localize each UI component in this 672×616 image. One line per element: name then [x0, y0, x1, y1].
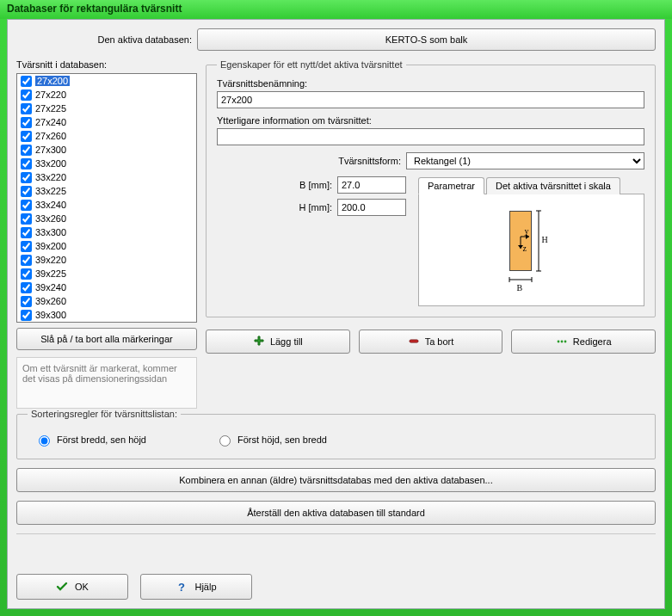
- list-item-checkbox[interactable]: [21, 213, 32, 225]
- list-item[interactable]: 27x200: [17, 74, 196, 88]
- list-item-checkbox[interactable]: [21, 255, 32, 266]
- form-select[interactable]: Rektangel (1): [406, 152, 644, 169]
- list-item[interactable]: 39x225: [17, 267, 196, 280]
- separator: [16, 533, 656, 534]
- list-item-checkbox[interactable]: [21, 186, 32, 197]
- list-item-checkbox[interactable]: [21, 310, 32, 321]
- extra-label: Ytterligare information om tvärsnittet:: [217, 115, 644, 126]
- b-input[interactable]: [337, 176, 406, 194]
- list-item-label: 33x225: [35, 186, 66, 196]
- name-input[interactable]: [217, 91, 644, 108]
- sort-radio-2[interactable]: [219, 435, 231, 447]
- list-item[interactable]: 33x220: [17, 170, 196, 184]
- list-item-label: 39x260: [35, 296, 66, 306]
- ok-label: OK: [75, 582, 89, 592]
- active-db-button[interactable]: KERTO-S som balk: [197, 28, 656, 51]
- sort-radio-1[interactable]: [39, 435, 50, 447]
- list-item-label: 33x300: [35, 227, 66, 237]
- help-label: Hjälp: [194, 582, 216, 592]
- list-item-checkbox[interactable]: [21, 200, 32, 211]
- list-item-label: 33x220: [35, 172, 66, 182]
- list-item[interactable]: 33x300: [17, 225, 196, 239]
- list-item[interactable]: 27x260: [17, 129, 196, 143]
- sort-legend: Sorteringsregler för tvärsnittslistan:: [28, 409, 181, 419]
- add-button[interactable]: Lägg till: [206, 330, 350, 354]
- svg-point-11: [557, 341, 559, 343]
- list-item-checkbox[interactable]: [21, 145, 32, 156]
- list-item-checkbox[interactable]: [21, 241, 32, 252]
- active-db-label: Den aktiva databasen:: [16, 34, 197, 45]
- section-preview: H B y z: [418, 194, 644, 306]
- list-item-checkbox[interactable]: [21, 227, 32, 238]
- list-item-checkbox[interactable]: [21, 89, 32, 101]
- tab-skala[interactable]: Det aktiva tvärsnittet i skala: [486, 177, 620, 194]
- check-icon: [56, 581, 68, 593]
- window-titlebar: Databaser för rektangulära tvärsnitt: [0, 0, 672, 19]
- list-item[interactable]: 33x200: [17, 157, 196, 170]
- list-item-checkbox[interactable]: [21, 268, 32, 280]
- list-item[interactable]: 27x300: [17, 143, 196, 157]
- edit-button[interactable]: Redigera: [511, 330, 656, 354]
- combine-db-button[interactable]: Kombinera en annan (äldre) tvärsnittsdat…: [16, 468, 656, 492]
- list-item-label: 33x200: [35, 158, 66, 169]
- remove-label: Ta bort: [425, 336, 454, 347]
- list-item-checkbox[interactable]: [21, 296, 32, 307]
- list-item[interactable]: 33x225: [17, 184, 196, 198]
- edit-label: Redigera: [573, 336, 612, 347]
- sort-opt1[interactable]: Först bredd, sen höjd: [34, 433, 146, 447]
- plus-icon: [253, 336, 265, 348]
- properties-legend: Egenskaper för ett nytt/det aktiva tvärs…: [217, 59, 406, 70]
- preview-tabs: Parametrar Det aktiva tvärsnittet i skal…: [418, 176, 644, 194]
- help-button[interactable]: ? Hjälp: [140, 574, 252, 600]
- list-item[interactable]: 39x220: [17, 253, 196, 267]
- list-item[interactable]: 27x220: [17, 88, 196, 102]
- h-input[interactable]: [337, 199, 406, 216]
- axis-y: y: [525, 226, 529, 236]
- svg-point-13: [564, 341, 566, 343]
- list-item[interactable]: 39x240: [17, 280, 196, 294]
- form-label: Tvärsnittsform:: [217, 156, 406, 166]
- sort-group: Sorteringsregler för tvärsnittslistan: F…: [16, 409, 656, 459]
- list-item-label: 39x240: [35, 282, 66, 293]
- section-listbox[interactable]: 27x20027x22027x22527x24027x26027x30033x2…: [16, 73, 197, 323]
- list-item-label: 27x300: [35, 145, 66, 155]
- list-item-checkbox[interactable]: [21, 282, 32, 293]
- add-label: Lägg till: [270, 336, 303, 347]
- axis-z: z: [523, 243, 527, 253]
- list-item[interactable]: 39x300: [17, 308, 196, 322]
- remove-button[interactable]: Ta bort: [359, 330, 503, 354]
- list-item-checkbox[interactable]: [21, 172, 32, 183]
- list-item-label: 27x225: [35, 103, 66, 114]
- list-item-label: 39x225: [35, 268, 66, 279]
- client-area: Den aktiva databasen: KERTO-S som balk T…: [7, 19, 665, 609]
- list-item[interactable]: 39x200: [17, 239, 196, 253]
- extra-input[interactable]: [217, 128, 644, 145]
- svg-point-12: [560, 341, 563, 343]
- reset-db-button[interactable]: Återställ den aktiva databasen till stan…: [16, 501, 656, 525]
- h-label: H [mm]:: [217, 202, 337, 213]
- list-item-label: 39x300: [35, 310, 66, 320]
- tab-parametrar[interactable]: Parametrar: [418, 177, 484, 194]
- list-item[interactable]: 27x240: [17, 115, 196, 129]
- list-item-checkbox[interactable]: [21, 158, 32, 169]
- list-item[interactable]: 33x260: [17, 212, 196, 225]
- list-item[interactable]: 27x225: [17, 102, 196, 115]
- dim-b: B: [517, 283, 523, 293]
- list-item[interactable]: 39x260: [17, 294, 196, 308]
- b-label: B [mm]:: [217, 180, 337, 190]
- edit-icon: [556, 336, 568, 348]
- dim-h: H: [542, 235, 548, 244]
- list-item-checkbox[interactable]: [21, 103, 32, 114]
- list-item-label: 39x200: [35, 241, 66, 251]
- list-item-checkbox[interactable]: [21, 76, 32, 87]
- toggle-all-button[interactable]: Slå på / ta bort alla märkeringar: [16, 328, 197, 350]
- preview-dimensions: [506, 207, 558, 293]
- list-item[interactable]: 33x240: [17, 198, 196, 212]
- sort-opt2[interactable]: Först höjd, sen bredd: [215, 433, 327, 447]
- list-item-label: 27x240: [35, 117, 66, 127]
- list-item-label: 27x200: [35, 76, 70, 86]
- minus-icon: [408, 336, 420, 348]
- list-item-checkbox[interactable]: [21, 117, 32, 128]
- ok-button[interactable]: OK: [16, 574, 128, 600]
- list-item-checkbox[interactable]: [21, 131, 32, 142]
